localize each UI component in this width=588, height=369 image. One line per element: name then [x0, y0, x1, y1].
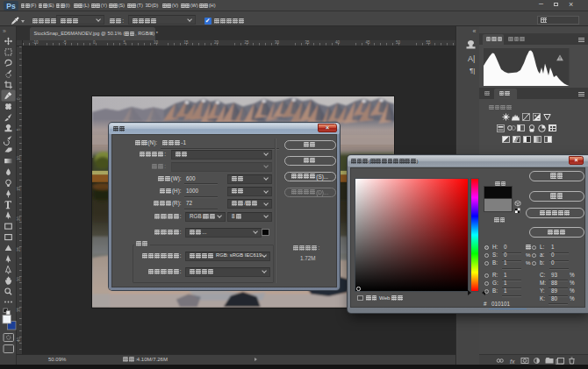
svg-text:fx: fx	[510, 358, 515, 365]
